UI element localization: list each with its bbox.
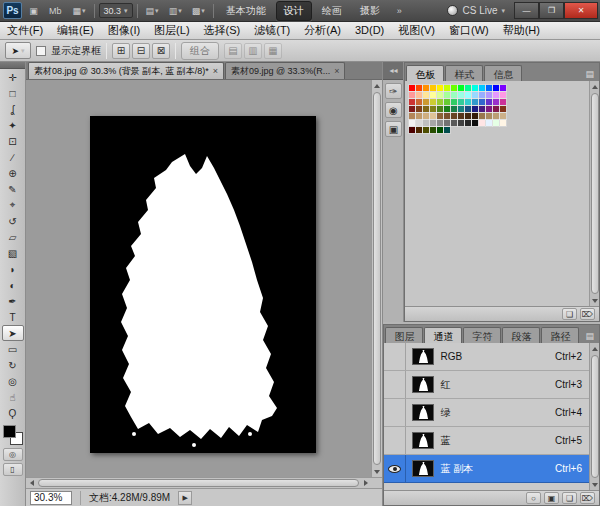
- visibility-toggle[interactable]: [384, 399, 406, 426]
- dock-strip-header[interactable]: ◂◂: [383, 62, 403, 80]
- color-swatch[interactable]: [409, 106, 415, 112]
- clone-stamp-tool[interactable]: ⌖: [2, 197, 24, 213]
- brush-tool[interactable]: ✎: [2, 181, 24, 197]
- color-swatch[interactable]: [500, 113, 506, 119]
- vertical-scroll-thumb[interactable]: [373, 92, 381, 465]
- color-swatch[interactable]: [479, 85, 485, 91]
- color-swatch[interactable]: [479, 106, 485, 112]
- color-swatch[interactable]: [416, 120, 422, 126]
- shape-tool[interactable]: ▭: [2, 341, 24, 357]
- close-tab-icon[interactable]: ×: [213, 66, 218, 76]
- workspace-overflow-button[interactable]: »: [391, 3, 408, 19]
- scroll-up-icon[interactable]: [372, 80, 383, 91]
- color-swatch[interactable]: [409, 99, 415, 105]
- color-swatch[interactable]: [458, 99, 464, 105]
- zoom-tool[interactable]: Ϙ: [2, 405, 24, 421]
- swatches-tab-信息[interactable]: 信息: [484, 65, 522, 81]
- save-selection-button[interactable]: ▣: [544, 492, 559, 504]
- minimize-button[interactable]: —: [514, 2, 539, 19]
- color-swatch[interactable]: [493, 92, 499, 98]
- pen-tool[interactable]: ✒: [2, 293, 24, 309]
- color-swatch[interactable]: [430, 127, 436, 133]
- new-swatch-button[interactable]: ❏: [562, 308, 577, 320]
- color-swatch[interactable]: [430, 85, 436, 91]
- color-swatch[interactable]: [444, 113, 450, 119]
- channels-tab-字符[interactable]: 字符: [463, 327, 501, 343]
- menubar-item[interactable]: 窗口(W): [442, 22, 496, 39]
- color-swatch[interactable]: [444, 99, 450, 105]
- move-tool[interactable]: ✛: [2, 69, 24, 85]
- color-swatch[interactable]: [486, 113, 492, 119]
- color-swatch[interactable]: [416, 106, 422, 112]
- color-swatch[interactable]: [451, 92, 457, 98]
- lasso-tool[interactable]: ʆ: [2, 101, 24, 117]
- color-swatch[interactable]: [465, 106, 471, 112]
- horizontal-scroll-thumb[interactable]: [38, 479, 359, 487]
- color-swatch[interactable]: [437, 120, 443, 126]
- color-swatch[interactable]: [486, 120, 492, 126]
- panel-menu-icon[interactable]: ▤: [580, 331, 599, 343]
- color-swatch[interactable]: [493, 99, 499, 105]
- color-swatch[interactable]: [458, 113, 464, 119]
- horizontal-scrollbar[interactable]: [26, 477, 382, 488]
- color-swatch[interactable]: [409, 85, 415, 91]
- color-swatch[interactable]: [451, 85, 457, 91]
- color-swatch[interactable]: [444, 106, 450, 112]
- swatches-tab-样式[interactable]: 样式: [445, 65, 483, 81]
- color-swatch[interactable]: [465, 120, 471, 126]
- color-swatch[interactable]: [409, 120, 415, 126]
- color-swatch[interactable]: [430, 106, 436, 112]
- brushes-panel-icon[interactable]: ✑: [385, 83, 402, 99]
- color-swatch[interactable]: [444, 85, 450, 91]
- color-swatch[interactable]: [437, 127, 443, 133]
- visibility-toggle[interactable]: [384, 455, 406, 482]
- current-tool-button[interactable]: ➤ ▾: [5, 42, 31, 59]
- document-tab[interactable]: 素材09.jpg @ 33.3%(R...×: [225, 62, 345, 79]
- color-swatch[interactable]: [486, 92, 492, 98]
- foreground-color-swatch[interactable]: [3, 425, 16, 438]
- color-swatch[interactable]: [458, 85, 464, 91]
- color-swatch[interactable]: [458, 92, 464, 98]
- view-options-button-2[interactable]: ▥▾: [165, 3, 186, 19]
- color-swatch[interactable]: [493, 113, 499, 119]
- menubar-item[interactable]: 文件(F): [0, 22, 50, 39]
- color-swatch[interactable]: [493, 120, 499, 126]
- visibility-toggle[interactable]: [384, 343, 406, 370]
- cs-live-button[interactable]: CS Live ▾: [441, 5, 511, 16]
- color-swatch[interactable]: [423, 120, 429, 126]
- color-swatch[interactable]: [451, 106, 457, 112]
- scroll-down-icon[interactable]: [589, 295, 600, 306]
- options-icon-button-1[interactable]: ⊞: [112, 43, 130, 59]
- color-swatch[interactable]: [465, 113, 471, 119]
- color-swatch[interactable]: [437, 85, 443, 91]
- color-swatch[interactable]: [423, 92, 429, 98]
- color-swatch[interactable]: [451, 120, 457, 126]
- color-swatch[interactable]: [430, 120, 436, 126]
- color-swatch[interactable]: [430, 92, 436, 98]
- workspace-tab-摄影[interactable]: 摄影: [352, 1, 388, 21]
- document-image[interactable]: [90, 116, 316, 453]
- channel-row[interactable]: 蓝Ctrl+5: [384, 427, 589, 455]
- swatches-scrollbar[interactable]: [589, 81, 599, 306]
- color-swatch[interactable]: [423, 99, 429, 105]
- color-swatch[interactable]: [472, 92, 478, 98]
- color-swatch[interactable]: [423, 113, 429, 119]
- view-options-button-3[interactable]: ▩▾: [188, 3, 209, 19]
- load-selection-button[interactable]: ○: [526, 492, 541, 504]
- menubar-item[interactable]: 帮助(H): [496, 22, 547, 39]
- menubar-item[interactable]: 图层(L): [147, 22, 196, 39]
- color-swatch[interactable]: [430, 99, 436, 105]
- color-swatch[interactable]: [472, 106, 478, 112]
- color-swatch[interactable]: [416, 127, 422, 133]
- channel-row[interactable]: 蓝 副本Ctrl+6: [384, 455, 589, 483]
- delete-swatch-button[interactable]: ⌦: [580, 308, 595, 320]
- combine-button[interactable]: 组合: [181, 42, 219, 60]
- swatches-tab-色板[interactable]: 色板: [406, 65, 444, 81]
- color-swatch[interactable]: [479, 120, 485, 126]
- menubar-item[interactable]: 图像(I): [101, 22, 147, 39]
- color-swatch[interactable]: [500, 92, 506, 98]
- color-swatch[interactable]: [437, 92, 443, 98]
- quick-mask-button[interactable]: ◎: [3, 448, 23, 461]
- character-panel-icon[interactable]: ▣: [385, 121, 402, 137]
- restore-button[interactable]: ❐: [539, 2, 564, 19]
